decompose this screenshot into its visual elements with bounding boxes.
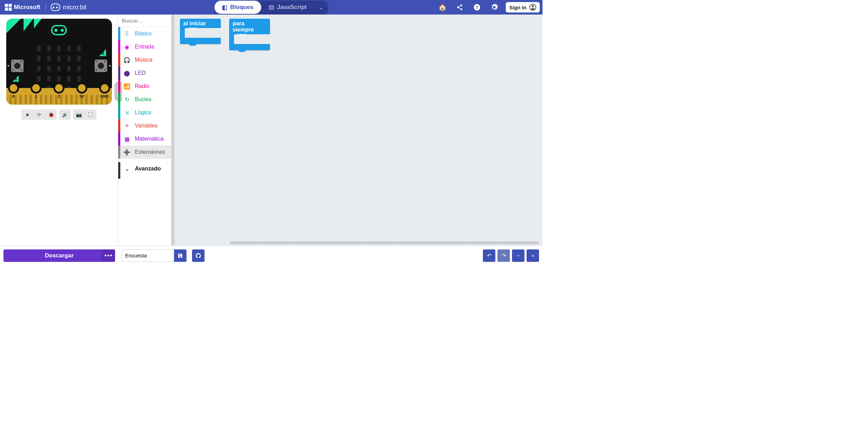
board-face-icon (51, 25, 67, 35)
language-dropdown[interactable]: ⌄ (314, 4, 328, 11)
help-icon[interactable]: ? (469, 0, 485, 15)
category-label: Básico (135, 30, 151, 37)
category-label: Radio (135, 83, 149, 89)
blocks-label: Bloques (230, 4, 253, 11)
javascript-mode-button[interactable]: JS JavaScript (261, 1, 314, 14)
category-entrada[interactable]: ◉ Entrada (118, 40, 171, 53)
simulator-toolbar: ■ ⟳ 🐞 🔊 📷 ⛶ (21, 109, 96, 120)
pin-3V[interactable]: 3V (75, 88, 89, 98)
download-more-button[interactable] (101, 249, 115, 262)
blocks-workspace[interactable]: al iniciar para siempre (172, 15, 542, 246)
category-advanced[interactable]: ⌄ Avanzado (118, 159, 171, 175)
workspace-scrollbar[interactable] (230, 241, 539, 244)
microbit-board[interactable]: 0123VGND (6, 19, 112, 105)
category-extensions[interactable]: ➕ Extensiones (118, 145, 171, 159)
settings-icon[interactable] (486, 0, 502, 15)
editor-mode-switch: ◧ Bloques JS JavaScript ⌄ (214, 1, 328, 14)
category-label: Entrada (135, 44, 154, 50)
user-icon (529, 4, 536, 11)
undo-button[interactable]: ↶ (483, 249, 495, 262)
block-on-start-label: al iniciar (180, 19, 221, 28)
microbit-label: micro:bit (63, 4, 87, 11)
microsoft-label: Microsoft (14, 4, 41, 11)
simulator-panel: 0123VGND ■ ⟳ 🐞 🔊 📷 ⛶ (0, 15, 118, 246)
category-label: Bucles (135, 96, 151, 103)
fullscreen-icon[interactable]: ⛶ (85, 109, 96, 120)
toolbox-panel: 🔍 ⠿ Básico ◉ Entrada 🎧 Música ⬤ LED 📶 Ra… (118, 15, 172, 246)
zoom-out-button[interactable]: − (512, 249, 524, 262)
download-label: Descargar (45, 252, 73, 259)
block-forever-label: para siempre (229, 19, 270, 34)
category-icon: ≡ (123, 123, 131, 129)
pin-0[interactable]: 0 (6, 88, 21, 98)
category-básico[interactable]: ⠿ Básico (118, 27, 171, 40)
share-icon[interactable] (452, 0, 468, 15)
search-input[interactable] (122, 18, 172, 24)
debug-icon[interactable]: 🐞 (45, 109, 57, 120)
footer-bar: Descargar ↶ ↷ − + (0, 246, 542, 265)
microsoft-logo[interactable]: Microsoft (0, 4, 45, 11)
pin-GND[interactable]: GND (97, 88, 112, 98)
minus-icon: − (517, 253, 520, 258)
microsoft-icon (5, 4, 12, 11)
puzzle-icon: ◧ (222, 4, 227, 11)
category-led[interactable]: ⬤ LED (118, 67, 171, 80)
block-on-start[interactable]: al iniciar (180, 19, 221, 44)
advanced-label: Avanzado (135, 166, 161, 172)
category-label: LED (135, 70, 146, 76)
label-b (99, 49, 106, 56)
home-icon[interactable]: 🏠 (434, 0, 450, 15)
zoom-in-button[interactable]: + (527, 249, 539, 262)
redo-icon: ↷ (502, 253, 506, 259)
button-a[interactable] (11, 60, 24, 72)
svg-point-1 (457, 7, 459, 8)
toolbox-search: 🔍 (118, 15, 171, 27)
stop-icon[interactable]: ■ (21, 109, 33, 120)
category-música[interactable]: 🎧 Música (118, 53, 171, 67)
audio-icon[interactable]: 🔊 (59, 109, 71, 120)
snapshot-icon[interactable]: 📷 (73, 109, 85, 120)
microbit-logo[interactable]: micro:bit (46, 3, 92, 11)
category-matemática[interactable]: ▦ Matemática (118, 132, 171, 145)
project-name-input[interactable] (121, 249, 174, 262)
js-icon: JS (269, 5, 274, 10)
svg-text:?: ? (476, 5, 478, 10)
save-button[interactable] (174, 249, 186, 262)
category-icon: ↻ (123, 96, 131, 103)
category-icon: ⤮ (123, 109, 131, 116)
pin-1[interactable]: 1 (29, 88, 43, 98)
category-label: Música (135, 57, 153, 63)
category-icon: ◉ (123, 44, 131, 50)
pin-2[interactable]: 2 (52, 88, 66, 98)
chevron-down-icon: ⌄ (123, 166, 131, 172)
category-lógica[interactable]: ⤮ Lógica (118, 106, 171, 119)
category-label: Variables (135, 123, 158, 129)
main-area: 0123VGND ■ ⟳ 🐞 🔊 📷 ⛶ ‹ 🔍 ⠿ (0, 15, 542, 246)
edge-connector[interactable]: 0123VGND (6, 88, 112, 105)
plus-circle-icon: ➕ (123, 149, 131, 156)
svg-point-2 (461, 8, 462, 10)
block-forever[interactable]: para siempre (229, 19, 270, 50)
github-button[interactable] (192, 249, 205, 262)
category-icon: ▦ (123, 136, 131, 142)
github-icon (195, 253, 201, 259)
category-variables[interactable]: ≡ Variables (118, 119, 171, 132)
blocks-mode-button[interactable]: ◧ Bloques (214, 1, 261, 14)
redo-button[interactable]: ↷ (497, 249, 510, 262)
button-b[interactable] (95, 60, 107, 72)
category-bucles[interactable]: ↻ Bucles (118, 93, 171, 106)
app-header: Microsoft micro:bit ◧ Bloques JS JavaScr… (0, 0, 542, 15)
download-button[interactable]: Descargar (3, 249, 115, 262)
svg-point-0 (461, 5, 462, 6)
category-radio[interactable]: 📶 Radio (118, 80, 171, 93)
sign-in-button[interactable]: Sign In (506, 2, 540, 12)
plus-icon: + (531, 253, 535, 258)
extensions-label: Extensiones (135, 149, 165, 155)
js-label: JavaScript (277, 4, 307, 11)
save-icon (177, 253, 183, 258)
label-a (12, 76, 19, 82)
category-icon: 🎧 (123, 57, 131, 63)
category-icon: ⬤ (123, 70, 131, 77)
restart-icon[interactable]: ⟳ (33, 109, 45, 120)
category-label: Lógica (135, 109, 151, 116)
